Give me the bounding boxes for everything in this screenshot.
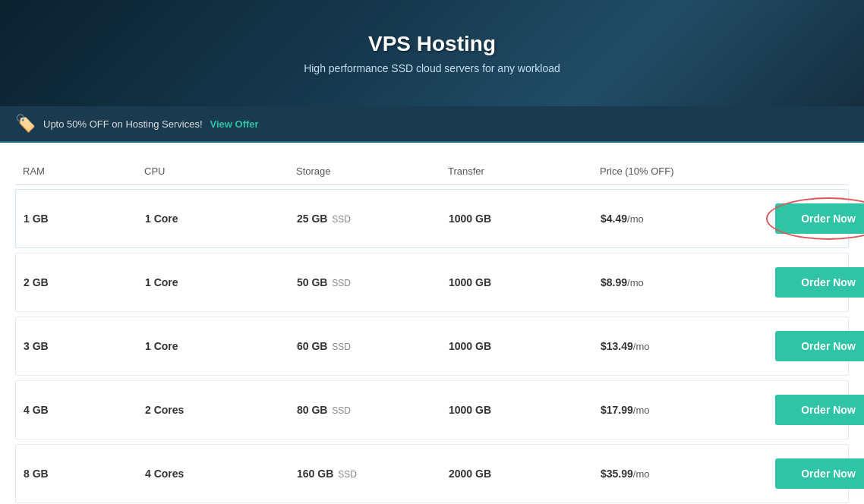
- header-storage: Storage: [296, 165, 448, 177]
- order-now-button-0[interactable]: Order Now: [775, 203, 864, 234]
- cell-cpu-3: 2 Cores: [145, 404, 297, 416]
- cell-ram-3: 4 GB: [24, 404, 145, 416]
- table-row: 3 GB 1 Core 60 GB SSD 1000 GB $13.49/mo …: [15, 317, 849, 376]
- btn-cell-4: Order Now: [768, 458, 864, 489]
- cell-cpu-1: 1 Core: [145, 276, 297, 288]
- cell-transfer-4: 2000 GB: [449, 468, 601, 480]
- cell-storage-1: 50 GB SSD: [297, 276, 449, 288]
- cell-transfer-2: 1000 GB: [449, 340, 601, 352]
- cell-price-0: $4.49/mo: [601, 213, 768, 225]
- cell-ram-1: 2 GB: [24, 276, 145, 288]
- table-rows: 1 GB 1 Core 25 GB SSD 1000 GB $4.49/mo O…: [15, 189, 849, 503]
- order-now-button-3[interactable]: Order Now: [775, 395, 864, 425]
- cell-cpu-0: 1 Core: [145, 213, 297, 225]
- cell-storage-0: 25 GB SSD: [297, 213, 449, 225]
- table-row: 4 GB 2 Cores 80 GB SSD 1000 GB $17.99/mo…: [15, 380, 849, 439]
- cell-ram-0: 1 GB: [24, 213, 145, 225]
- cell-storage-3: 80 GB SSD: [297, 404, 449, 416]
- cell-price-4: $35.99/mo: [601, 468, 768, 480]
- main-content: RAM CPU Storage Transfer Price (10% OFF)…: [0, 143, 864, 504]
- cell-storage-4: 160 GB SSD: [297, 468, 449, 480]
- cell-cpu-4: 4 Cores: [145, 468, 297, 480]
- hero-section: VPS Hosting High performance SSD cloud s…: [0, 0, 864, 106]
- promo-banner: 🏷️ Upto 50% OFF on Hosting Services! Vie…: [0, 106, 864, 143]
- cell-ram-4: 8 GB: [24, 468, 145, 480]
- cell-cpu-2: 1 Core: [145, 340, 297, 352]
- cell-transfer-0: 1000 GB: [449, 213, 601, 225]
- header-price: Price (10% OFF): [600, 165, 767, 177]
- page-subtitle: High performance SSD cloud servers for a…: [304, 62, 560, 74]
- btn-cell-0: Order Now: [768, 203, 864, 234]
- cell-ram-2: 3 GB: [24, 340, 145, 352]
- view-offer-link[interactable]: View Offer: [210, 118, 259, 130]
- table-row: 2 GB 1 Core 50 GB SSD 1000 GB $8.99/mo O…: [15, 253, 849, 312]
- header-ram: RAM: [23, 165, 144, 177]
- btn-cell-3: Order Now: [768, 395, 864, 425]
- page-title: VPS Hosting: [368, 32, 496, 56]
- header-cpu: CPU: [144, 165, 296, 177]
- cell-transfer-3: 1000 GB: [449, 404, 601, 416]
- cell-transfer-1: 1000 GB: [449, 276, 601, 288]
- table-header: RAM CPU Storage Transfer Price (10% OFF): [15, 165, 849, 185]
- promo-icon: 🏷️: [15, 114, 36, 134]
- cell-storage-2: 60 GB SSD: [297, 340, 449, 352]
- btn-cell-1: Order Now: [768, 267, 864, 298]
- btn-cell-2: Order Now: [768, 331, 864, 361]
- cell-price-1: $8.99/mo: [601, 276, 768, 288]
- order-now-button-1[interactable]: Order Now: [775, 267, 864, 298]
- table-row: 8 GB 4 Cores 160 GB SSD 2000 GB $35.99/m…: [15, 444, 849, 503]
- header-transfer: Transfer: [448, 165, 600, 177]
- cell-price-3: $17.99/mo: [601, 404, 768, 416]
- header-action: [767, 165, 864, 177]
- order-now-button-4[interactable]: Order Now: [775, 458, 864, 489]
- table-row: 1 GB 1 Core 25 GB SSD 1000 GB $4.49/mo O…: [15, 189, 849, 248]
- cell-price-2: $13.49/mo: [601, 340, 768, 352]
- promo-text: Upto 50% OFF on Hosting Services!: [43, 118, 203, 130]
- order-now-button-2[interactable]: Order Now: [775, 331, 864, 361]
